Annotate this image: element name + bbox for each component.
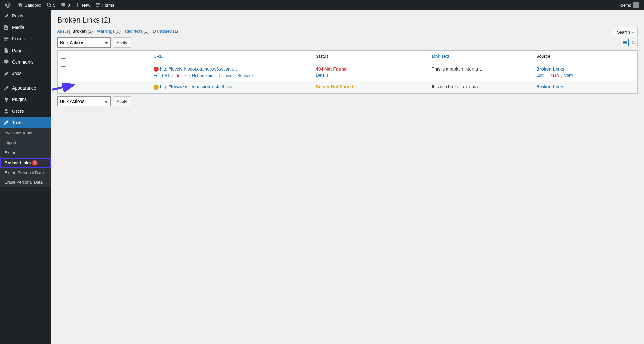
tablenav-bottom: Bulk Actions Apply (57, 96, 638, 106)
row-actions: Edit URL | Unlink | Not broken | Dismiss… (154, 73, 309, 78)
sidebar-item-jobs[interactable]: Jobs (0, 68, 51, 79)
recheck-action[interactable]: Recheck (237, 73, 253, 78)
sidebar-item-posts[interactable]: Posts (0, 10, 51, 22)
svg-rect-4 (634, 41, 636, 41)
tablenav-top: Bulk Actions Apply (57, 37, 638, 48)
sidebar-item-forms[interactable]: Forms (0, 33, 51, 44)
error-icon: ! (154, 67, 159, 72)
filter-all[interactable]: All (57, 29, 62, 34)
column-url[interactable]: URL (150, 51, 313, 63)
details-action[interactable]: Details (316, 73, 329, 78)
source-link[interactable]: Broken Links (536, 66, 564, 71)
home-icon (18, 3, 23, 8)
filter-links: All (5)|Broken (2)|Warnings (0)|Redirect… (57, 29, 638, 34)
wordpress-icon (5, 2, 11, 8)
edit-url-action[interactable]: Edit URL (154, 73, 170, 78)
row-checkbox[interactable] (61, 66, 66, 71)
sidebar-item-label: Media (12, 24, 24, 30)
content-wrap: Broken Links (2) All (5)|Broken (2)|Warn… (51, 0, 644, 115)
site-name[interactable]: Sandbox (15, 0, 44, 10)
updates[interactable]: 5 (44, 0, 58, 10)
page-icon (3, 48, 10, 53)
adminbar-forms[interactable]: Forms (93, 0, 117, 10)
source-link[interactable]: Broken Links (536, 84, 564, 89)
bulk-actions-select[interactable]: Bulk Actions (57, 37, 111, 48)
media-icon (3, 24, 10, 30)
link-text-cell: This is a broken interna… (429, 63, 533, 81)
column-status: Status (313, 51, 429, 63)
bulk-actions-select-bottom[interactable]: Bulk Actions (57, 96, 111, 106)
wp-logo[interactable] (3, 0, 15, 10)
brush-icon (3, 85, 10, 91)
trash-action[interactable]: Trash (549, 73, 559, 78)
my-account[interactable]: demo (618, 0, 641, 10)
comments[interactable]: 0 (58, 0, 73, 10)
svg-rect-7 (634, 43, 636, 44)
link-url[interactable]: http://thiswebsitedoesnotexistatthispr… (160, 84, 237, 89)
view-excerpt-icon[interactable] (630, 39, 638, 46)
sidebar-item-plugins[interactable]: Plugins (0, 94, 51, 105)
link-text-cell: this is a broken externa… (429, 81, 533, 93)
sidebar-item-users[interactable]: Users (0, 105, 51, 116)
dismiss-action[interactable]: Dismiss (218, 73, 232, 78)
forms-icon (95, 3, 100, 8)
forms-label: Forms (102, 3, 114, 8)
broken-links-table: URL Status Link Text Source !http://love… (57, 50, 638, 94)
sidebar-item-label: Plugins (12, 97, 27, 102)
sidebar-item-appearance[interactable]: Appearance (0, 82, 51, 94)
unlink-action[interactable]: Unlink (175, 73, 187, 78)
svg-rect-8 (634, 44, 636, 44)
sidebar-item-label: Users (12, 108, 24, 114)
apply-button-bottom[interactable]: Apply (113, 96, 131, 106)
link-url[interactable]: http://lovely-hippopotamus.w6.wpsan… (160, 66, 238, 71)
search-button[interactable]: Search » (613, 27, 638, 37)
new-content[interactable]: New (73, 0, 93, 10)
column-link-text[interactable]: Link Text (429, 51, 533, 63)
svg-rect-5 (634, 42, 636, 43)
filter-broken[interactable]: Broken (72, 29, 87, 34)
filter-dismissed[interactable]: Dismissed (153, 29, 172, 34)
comment-icon (3, 59, 10, 65)
update-icon (46, 3, 51, 8)
edit-source-action[interactable]: Edit (536, 73, 543, 78)
site-name-label: Sandbox (25, 3, 41, 8)
sidebar-item-media[interactable]: Media (0, 22, 51, 33)
not-broken-action[interactable]: Not broken (192, 73, 212, 78)
sidebar-item-comments[interactable]: Comments (0, 56, 51, 68)
filter-warnings[interactable]: Warnings (97, 29, 114, 34)
view-action[interactable]: View (564, 73, 573, 78)
pin-icon (3, 13, 10, 19)
table-row: !http://lovely-hippopotamus.w6.wpsan…Edi… (58, 63, 637, 81)
status-label: Server Not Found (316, 84, 353, 89)
svg-rect-1 (623, 42, 627, 43)
plugin-icon (3, 97, 10, 102)
warning-icon: ! (154, 85, 159, 90)
sidebar-item-label: Forms (12, 36, 25, 42)
sidebar-item-label: Appearance (12, 85, 36, 91)
row-checkbox[interactable] (61, 84, 66, 89)
column-source: Source (533, 51, 637, 63)
sidebar-item-label: Jobs (12, 71, 22, 76)
svg-rect-2 (623, 43, 627, 44)
page-title: Broken Links (2) (57, 16, 638, 24)
comments-count: 0 (68, 3, 70, 8)
admin-bar: Sandbox 5 0 New Forms demo (0, 0, 644, 10)
forms-icon (3, 36, 10, 42)
sidebar-item-label: Posts (12, 13, 23, 19)
apply-button-top[interactable]: Apply (113, 37, 131, 48)
view-list-icon[interactable] (621, 39, 629, 46)
status-label: 404 Not Found (316, 66, 347, 71)
howdy-user: demo (621, 3, 631, 8)
svg-rect-6 (632, 43, 634, 44)
filter-redirects[interactable]: Redirects (125, 29, 142, 34)
updates-count: 5 (53, 3, 55, 8)
comment-icon (61, 3, 66, 8)
pin-icon (3, 71, 10, 76)
sidebar-item-label: Comments (12, 59, 34, 65)
admin-menu: PostsMediaFormsPagesCommentsJobsAppearan… (0, 10, 51, 115)
new-label: New (82, 3, 90, 8)
svg-rect-3 (632, 41, 634, 42)
select-all-checkbox[interactable] (61, 54, 66, 59)
sidebar-item-pages[interactable]: Pages (0, 45, 51, 56)
user-icon (3, 108, 10, 114)
